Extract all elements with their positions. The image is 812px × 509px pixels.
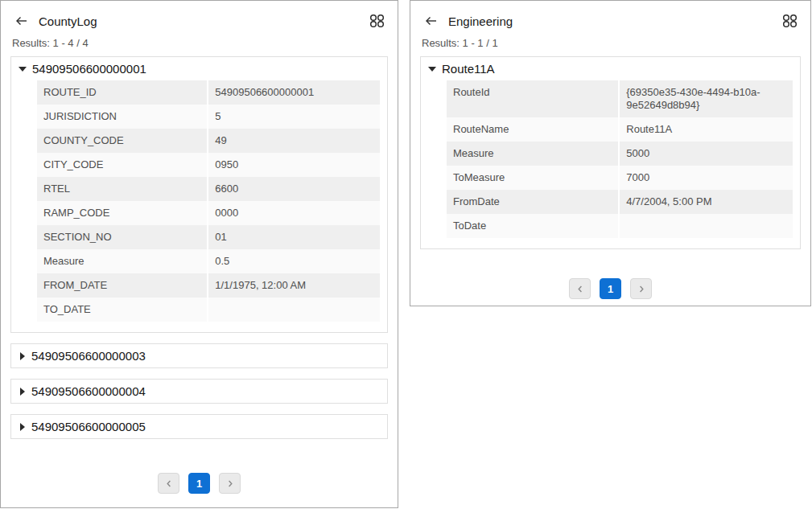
field-value: 54909506600000001 <box>207 80 380 105</box>
table-row: ToMeasure7000 <box>447 166 793 190</box>
field-value <box>207 298 380 322</box>
field-label: ToDate <box>447 214 618 238</box>
field-label: JURISDICTION <box>37 105 207 129</box>
feature-card-header[interactable]: 54909506600000005 <box>11 415 387 438</box>
chevron-left-icon <box>576 285 584 293</box>
caret-right-icon <box>20 423 25 431</box>
table-row: Measure0.5 <box>37 249 380 273</box>
field-label: SECTION_NO <box>37 225 207 249</box>
panel-header: CountyLog <box>1 1 398 28</box>
grid-dots-icon-button[interactable] <box>369 14 385 28</box>
pagination: 1 <box>1 473 398 494</box>
field-label: CITY_CODE <box>37 153 207 177</box>
field-label: FROM_DATE <box>37 273 207 298</box>
feature-card-collapsed: 54909506600000005 <box>10 414 388 439</box>
table-row: FROM_DATE1/1/1975, 12:00 AM <box>37 273 380 298</box>
field-value: Route11A <box>618 117 793 142</box>
current-page-button[interactable]: 1 <box>188 473 210 494</box>
feature-id: 54909506600000005 <box>31 420 146 433</box>
results-count: Results: 1 - 4 / 4 <box>12 37 385 49</box>
field-value: 5000 <box>618 142 793 166</box>
feature-card-header[interactable]: 54909506600000001 <box>11 57 387 80</box>
feature-card-header[interactable]: 54909506600000004 <box>11 380 387 403</box>
table-row: RouteId{69350e35-430e-4494-b10a-9e52649d… <box>447 80 793 117</box>
feature-card-header[interactable]: Route11A <box>421 57 800 80</box>
chevron-right-icon <box>637 285 645 293</box>
field-label: Measure <box>447 142 618 166</box>
arrow-left-icon <box>424 14 438 27</box>
field-label: RouteName <box>447 117 618 142</box>
grid-dots-icon <box>782 14 798 28</box>
field-label: ROUTE_ID <box>37 80 207 105</box>
field-value <box>618 214 793 238</box>
back-button[interactable] <box>14 14 28 27</box>
field-value: 01 <box>207 225 380 249</box>
feature-id: 54909506600000004 <box>31 384 146 398</box>
feature-info-panel-countylog: CountyLog Results: 1 - 4 / 4 54909506600… <box>0 0 398 508</box>
next-page-button[interactable] <box>219 473 241 494</box>
feature-id: Route11A <box>442 62 495 76</box>
table-row: ToDate <box>447 214 793 238</box>
table-row: ROUTE_ID54909506600000001 <box>37 80 380 105</box>
page-title: Engineering <box>448 14 513 28</box>
field-value: {69350e35-430e-4494-b10a-9e52649d8b94} <box>618 80 793 117</box>
feature-card-header[interactable]: 54909506600000003 <box>11 344 387 367</box>
field-value: 7000 <box>618 166 793 190</box>
feature-id: 54909506600000003 <box>31 349 146 363</box>
table-row: CITY_CODE0950 <box>37 153 380 177</box>
table-row: RAMP_CODE0000 <box>37 201 380 225</box>
arrow-left-icon <box>14 14 28 27</box>
panel-header: Engineering <box>410 1 810 28</box>
results-count: Results: 1 - 1 / 1 <box>422 37 798 49</box>
field-label: RTEL <box>37 177 207 201</box>
feature-card-expanded: 54909506600000001 ROUTE_ID54909506600000… <box>10 56 388 333</box>
caret-down-icon <box>428 67 436 72</box>
field-value: 6600 <box>207 177 380 201</box>
field-value: 0.5 <box>207 249 380 273</box>
table-row: RTEL6600 <box>37 177 380 201</box>
pagination: 1 <box>410 278 810 299</box>
grid-dots-icon <box>369 14 385 28</box>
field-label: COUNTY_CODE <box>37 129 207 153</box>
table-row: JURISDICTION5 <box>37 105 380 129</box>
table-row: Measure5000 <box>447 142 793 166</box>
feature-card-collapsed: 54909506600000004 <box>10 379 388 404</box>
table-row: RouteNameRoute11A <box>447 117 793 142</box>
field-label: RouteId <box>447 80 618 117</box>
table-row: SECTION_NO01 <box>37 225 380 249</box>
previous-page-button[interactable] <box>158 473 179 494</box>
field-label: Measure <box>37 249 207 273</box>
back-button[interactable] <box>424 14 438 27</box>
field-label: TO_DATE <box>37 298 207 322</box>
table-row: FromDate4/7/2004, 5:00 PM <box>447 190 793 214</box>
grid-dots-icon-button[interactable] <box>782 14 798 28</box>
feature-card-expanded: Route11A RouteId{69350e35-430e-4494-b10a… <box>420 56 801 249</box>
chevron-right-icon <box>226 479 234 488</box>
field-label: RAMP_CODE <box>37 201 207 225</box>
field-value: 1/1/1975, 12:00 AM <box>207 273 380 298</box>
field-value: 0950 <box>207 153 380 177</box>
field-label: FromDate <box>447 190 618 214</box>
current-page-button[interactable]: 1 <box>600 278 621 299</box>
feature-card-collapsed: 54909506600000003 <box>10 343 388 368</box>
field-value: 4/7/2004, 5:00 PM <box>618 190 793 214</box>
caret-right-icon <box>20 388 25 396</box>
previous-page-button[interactable] <box>569 278 591 299</box>
page-title: CountyLog <box>39 14 97 28</box>
field-value: 49 <box>207 129 380 153</box>
caret-right-icon <box>20 352 25 360</box>
feature-info-panel-engineering: Engineering Results: 1 - 1 / 1 Route11A … <box>410 0 811 306</box>
feature-list: 54909506600000001 ROUTE_ID54909506600000… <box>1 56 398 439</box>
feature-id: 54909506600000001 <box>32 62 146 76</box>
caret-down-icon <box>19 67 27 72</box>
table-row: TO_DATE <box>37 298 380 322</box>
field-label: ToMeasure <box>447 166 618 190</box>
next-page-button[interactable] <box>630 278 652 299</box>
table-row: COUNTY_CODE49 <box>37 129 380 153</box>
field-value: 5 <box>207 105 380 129</box>
chevron-left-icon <box>165 479 173 488</box>
field-value: 0000 <box>207 201 380 225</box>
attribute-table: RouteId{69350e35-430e-4494-b10a-9e52649d… <box>447 80 793 238</box>
feature-list: Route11A RouteId{69350e35-430e-4494-b10a… <box>410 56 810 249</box>
attribute-table: ROUTE_ID54909506600000001 JURISDICTION5 … <box>37 80 380 322</box>
